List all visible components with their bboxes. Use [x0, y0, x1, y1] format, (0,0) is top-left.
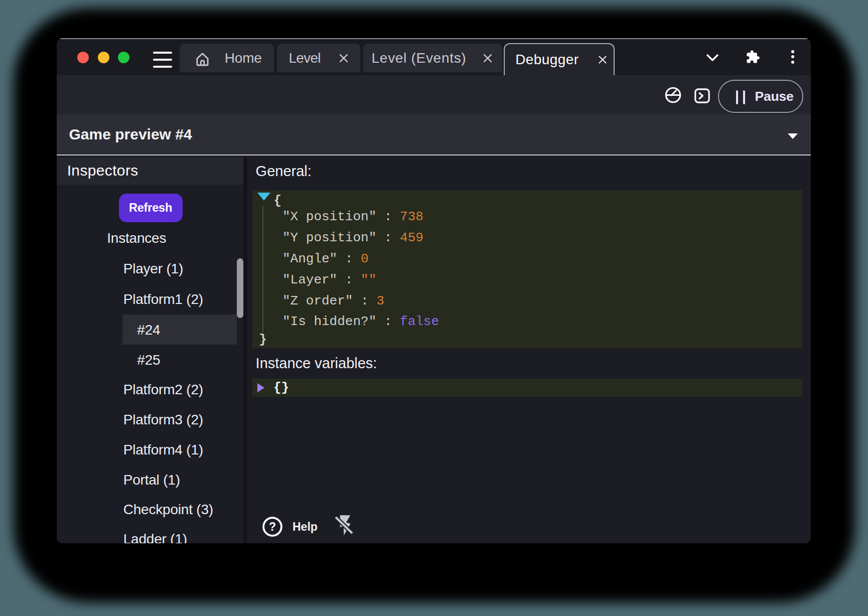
svg-text:?: ? [269, 520, 276, 533]
